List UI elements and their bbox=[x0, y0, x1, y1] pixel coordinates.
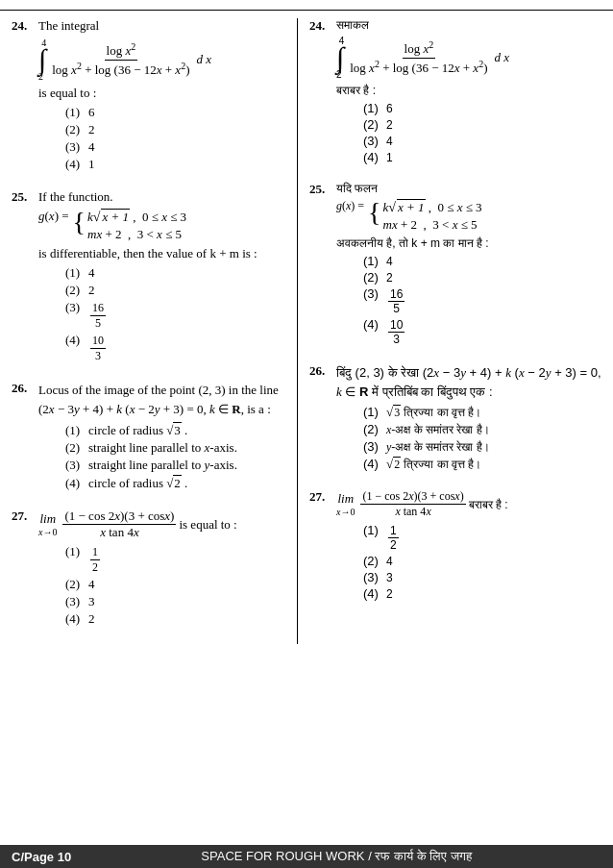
q24-opt1: (1) 6 bbox=[65, 105, 289, 120]
q27-right: 27. lim x→0 (1 − cos 2x)(3 + cosx) x tan… bbox=[309, 489, 605, 603]
q25-gx: g(x) = { k√x + 1 , 0 ≤ x ≤ 3 mx + 2 , 3 … bbox=[38, 209, 186, 242]
q25-opt1: (1) 4 bbox=[65, 265, 289, 281]
q25-hi-options: (1)4 (2)2 (3) 16 5 bbox=[363, 254, 605, 346]
footer-text: SPACE FOR ROUGH WORK / रफ कार्य के लिए ज… bbox=[71, 849, 601, 864]
q26-opt3: (3) straight line parallel to y-axis. bbox=[65, 458, 289, 473]
q26-options: (1) circle of radius √3 . (2) straight l… bbox=[65, 422, 289, 491]
q27-hi-options: (1) 1 2 (2)4 (3)3 (4)2 bbox=[363, 523, 605, 601]
hi-brace-icon: { bbox=[368, 199, 380, 226]
right-column: 24. समाकल 4 ∫ 2 bbox=[298, 18, 613, 644]
q27-hi-num: 27. bbox=[309, 489, 336, 505]
q26-hi-content: बिंदु (2, 3) के रेखा (2x − 3y + 4) + k (… bbox=[336, 363, 605, 474]
q25-num: 25. bbox=[12, 189, 38, 205]
footer: C/Page 10 SPACE FOR ROUGH WORK / रफ कार्… bbox=[0, 845, 613, 868]
q25-hi-diff: अवकलनीय है, तो k + m का मान है : bbox=[336, 236, 605, 250]
q27-opt3: (3) 3 bbox=[65, 594, 289, 609]
q27-opt4: (4) 2 bbox=[65, 611, 289, 627]
q24-hi-title: समाकल bbox=[336, 18, 605, 32]
q27-options: (1) 1 2 (2) 4 bbox=[65, 544, 289, 627]
q24-numerator: log x2 bbox=[105, 41, 138, 60]
q26-right: 26. बिंदु (2, 3) के रेखा (2x − 3y + 4) +… bbox=[309, 363, 605, 474]
brace-icon: { bbox=[73, 209, 86, 236]
q24-integral: 4 ∫ 2 log x2 log x2 + log (36 − 12x + x2… bbox=[38, 37, 289, 82]
q24-title: The integral bbox=[38, 18, 289, 34]
q24-int-sign: ∫ bbox=[38, 48, 46, 71]
q25-hi-gx: g(x) = { k√x + 1 , 0 ≤ x ≤ 3 mx + 2 , 3 … bbox=[336, 199, 482, 233]
q24-denominator: log x2 + log (36 − 12x + x2) bbox=[50, 61, 191, 78]
left-column: 24. The integral 4 ∫ 2 bbox=[0, 18, 298, 644]
q26-hi-num: 26. bbox=[309, 363, 336, 379]
q25-title: If the function. bbox=[38, 189, 289, 205]
q27-num: 27. bbox=[12, 508, 38, 524]
q24-lower: 2 bbox=[38, 71, 43, 82]
q27-hi-expr: lim x→0 (1 − cos 2x)(3 + cosx) x tan 4x … bbox=[336, 489, 605, 519]
q24-opt2: (2) 2 bbox=[65, 122, 289, 137]
page: 24. The integral 4 ∫ 2 bbox=[0, 0, 613, 868]
q24-equal: is equal to : bbox=[38, 86, 289, 101]
q24-options: (1) 6 (2) 2 (3) 4 bbox=[65, 105, 289, 172]
q26-hi-options: (1) √3 त्रिज्या का वृत्त है। (2) x-अक्ष … bbox=[363, 405, 605, 472]
q24-opt3: (3) 4 bbox=[65, 139, 289, 155]
q26-num: 26. bbox=[12, 381, 38, 396]
q27-content: lim x→0 (1 − cos 2x)(3 + cosx) x tan 4x … bbox=[38, 508, 289, 629]
q25-content: If the function. g(x) = { k√x + 1 , 0 ≤ … bbox=[38, 189, 289, 365]
q24-num: 24. bbox=[12, 18, 38, 34]
q27-left: 27. lim x→0 (1 − cos 2x)(3 + cosx) x tan… bbox=[12, 508, 289, 629]
q26-title: Locus of the image of the point (2, 3) i… bbox=[38, 381, 289, 418]
q25-opt3: (3) 16 5 bbox=[65, 300, 289, 331]
q27-hi-content: lim x→0 (1 − cos 2x)(3 + cosx) x tan 4x … bbox=[336, 489, 605, 603]
q25-options: (1) 4 (2) 2 (3) 16 bbox=[65, 265, 289, 363]
footer-page: C/Page 10 bbox=[12, 850, 71, 864]
q25-diff: is differentiable, then the value of k +… bbox=[38, 246, 289, 261]
q24-dx: d x bbox=[196, 52, 211, 67]
q25-opt2: (2) 2 bbox=[65, 283, 289, 298]
q24-content: The integral 4 ∫ 2 log x2 bbox=[38, 18, 289, 174]
q26-hi-title: बिंदु (2, 3) के रेखा (2x − 3y + 4) + k (… bbox=[336, 363, 605, 401]
q27-opt1: (1) 1 2 bbox=[65, 544, 289, 575]
q24-hi-options: (1)6 (2)2 (3)4 (4)1 bbox=[363, 101, 605, 164]
q25-right: 25. यदि फलन g(x) = { k√x + 1 , 0 ≤ x ≤ 3… bbox=[309, 182, 605, 348]
q26-left: 26. Locus of the image of the point (2, … bbox=[12, 381, 289, 493]
q25-hi-content: यदि फलन g(x) = { k√x + 1 , 0 ≤ x ≤ 3 mx … bbox=[336, 182, 605, 348]
q24-hi-integral: 4 ∫ 2 log x2 log x2 + log (36 − 12x + x2… bbox=[336, 36, 605, 80]
q25-opt4: (4) 10 3 bbox=[65, 333, 289, 363]
q24-opt4: (4) 1 bbox=[65, 157, 289, 172]
q26-opt1: (1) circle of radius √3 . bbox=[65, 422, 289, 438]
q25-left: 25. If the function. g(x) = { k√x + 1 , … bbox=[12, 189, 289, 365]
q26-opt2: (2) straight line parallel to x-axis. bbox=[65, 440, 289, 456]
q25-hi-num: 25. bbox=[309, 182, 336, 197]
q24-right: 24. समाकल 4 ∫ 2 bbox=[309, 18, 605, 166]
q24-left: 24. The integral 4 ∫ 2 bbox=[12, 18, 289, 174]
q24-hi-content: समाकल 4 ∫ 2 log x2 bbox=[336, 18, 605, 166]
q26-opt4: (4) circle of radius √2 . bbox=[65, 475, 289, 491]
q27-opt2: (2) 4 bbox=[65, 577, 289, 592]
q24-hi-equal: बराबर है : bbox=[336, 84, 605, 97]
q27-expr: lim x→0 (1 − cos 2x)(3 + cosx) x tan 4x … bbox=[38, 508, 289, 540]
q24-hi-num: 24. bbox=[309, 18, 336, 34]
q25-hi-title: यदि फलन bbox=[336, 182, 605, 195]
q26-content: Locus of the image of the point (2, 3) i… bbox=[38, 381, 289, 493]
